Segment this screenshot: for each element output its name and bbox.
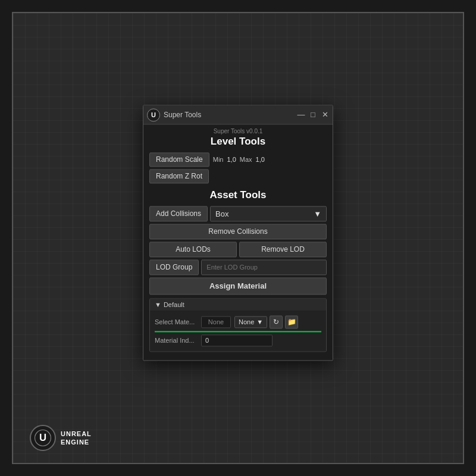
window-content: Super Tools v0.0.1 Level Tools Random Sc… bbox=[143, 124, 333, 360]
default-section: ▼ Default Select Mate... None None ▼ bbox=[149, 298, 327, 352]
max-label: Max bbox=[240, 156, 252, 163]
window-controls: — □ ✕ bbox=[297, 111, 329, 119]
refresh-icon: ↻ bbox=[273, 318, 279, 326]
unreal-logo-bottom: U UNREAL ENGINE bbox=[30, 425, 92, 451]
add-collision-row: Add Collisions Box ▼ bbox=[149, 206, 327, 221]
none-value: None bbox=[201, 316, 231, 328]
maximize-button[interactable]: □ bbox=[309, 111, 317, 119]
min-label: Min bbox=[213, 156, 224, 163]
add-collisions-button[interactable]: Add Collisions bbox=[149, 206, 208, 221]
refresh-icon-button[interactable]: ↻ bbox=[270, 315, 283, 328]
material-index-label: Material Ind... bbox=[155, 337, 198, 344]
super-tools-window: U Super Tools — □ ✕ Super Tools v0.0.1 L… bbox=[143, 105, 333, 361]
unreal-text: UNREAL bbox=[61, 430, 92, 438]
material-index-row: Material Ind... bbox=[155, 334, 321, 346]
material-index-input[interactable] bbox=[201, 334, 273, 346]
default-body: Select Mate... None None ▼ ↻ bbox=[150, 311, 326, 351]
assign-material-button[interactable]: Assign Material bbox=[149, 277, 327, 295]
lod-group-label: LOD Group bbox=[149, 259, 199, 275]
close-button[interactable]: ✕ bbox=[321, 111, 329, 119]
material-indicator-line bbox=[155, 331, 321, 332]
chevron-down-icon: ▼ bbox=[256, 318, 263, 325]
remove-lod-button[interactable]: Remove LOD bbox=[239, 242, 327, 257]
level-tools-title: Level Tools bbox=[149, 136, 327, 148]
select-material-label: Select Mate... bbox=[155, 318, 198, 325]
background: U Super Tools — □ ✕ Super Tools v0.0.1 L… bbox=[12, 12, 464, 464]
collision-type-dropdown[interactable]: Box ▼ bbox=[210, 206, 327, 221]
remove-collisions-button[interactable]: Remove Collisions bbox=[149, 224, 327, 239]
lod-group-input[interactable] bbox=[201, 259, 327, 275]
default-header[interactable]: ▼ Default bbox=[150, 299, 326, 311]
random-rot-button[interactable]: Random Z Rot bbox=[149, 169, 209, 183]
svg-text:U: U bbox=[39, 432, 46, 443]
material-actions: None ▼ ↻ 📁 bbox=[234, 315, 298, 328]
folder-icon-button[interactable]: 📁 bbox=[285, 315, 298, 328]
none-dropdown[interactable]: None ▼ bbox=[234, 316, 267, 328]
random-scale-row: Random Scale Min 1,0 Max 1,0 bbox=[149, 152, 327, 167]
title-bar: U Super Tools — □ ✕ bbox=[143, 105, 333, 124]
lod-group-row: LOD Group bbox=[149, 259, 327, 275]
minimize-button[interactable]: — bbox=[297, 111, 305, 119]
lod-row: Auto LODs Remove LOD bbox=[149, 242, 327, 257]
level-tools-section: Level Tools Random Scale Min 1,0 Max 1,0… bbox=[149, 136, 327, 183]
chevron-right-icon: ▼ bbox=[155, 301, 161, 308]
chevron-down-icon: ▼ bbox=[314, 209, 321, 218]
engine-text: ENGINE bbox=[61, 438, 92, 446]
ue-circle-logo: U bbox=[30, 425, 56, 451]
ue-logo-icon: U bbox=[147, 108, 160, 121]
window-title: Super Tools bbox=[164, 111, 293, 119]
default-label: Default bbox=[164, 301, 184, 308]
max-value: 1,0 bbox=[256, 156, 265, 163]
auto-lods-button[interactable]: Auto LODs bbox=[149, 242, 237, 257]
folder-icon: 📁 bbox=[287, 318, 296, 326]
asset-tools-section: Asset Tools Add Collisions Box ▼ Remove … bbox=[149, 189, 327, 352]
asset-tools-title: Asset Tools bbox=[149, 189, 327, 201]
version-label: Super Tools v0.0.1 bbox=[149, 128, 327, 134]
random-rot-row: Random Z Rot bbox=[149, 169, 327, 183]
random-scale-button[interactable]: Random Scale bbox=[149, 152, 209, 167]
collision-type-value: Box bbox=[215, 209, 228, 218]
ue-svg-logo: U bbox=[35, 430, 51, 446]
ue-brand-text: UNREAL ENGINE bbox=[61, 430, 92, 447]
select-material-row: Select Mate... None None ▼ ↻ bbox=[155, 315, 321, 328]
min-value: 1,0 bbox=[227, 156, 236, 163]
none-dropdown-label: None bbox=[239, 318, 254, 325]
